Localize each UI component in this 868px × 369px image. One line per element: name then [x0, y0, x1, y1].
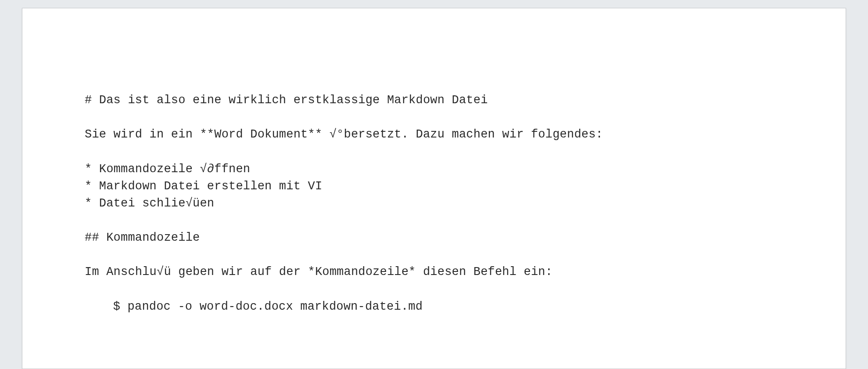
list-item: * Datei schlie√üen: [85, 197, 214, 210]
heading-2: ## Kommandozeile: [85, 231, 200, 244]
document-body: # Das ist also eine wirklich erstklassig…: [85, 92, 784, 315]
document-page: # Das ist also eine wirklich erstklassig…: [22, 8, 846, 369]
code-line: $ pandoc -o word-doc.docx markdown-datei…: [85, 298, 423, 315]
heading-1: # Das ist also eine wirklich erstklassig…: [85, 94, 488, 107]
paragraph-intro: Sie wird in ein **Word Dokument** √°bers…: [85, 128, 603, 141]
list-item: * Markdown Datei erstellen mit VI: [85, 180, 322, 193]
list-item: * Kommandozeile √∂ffnen: [85, 163, 250, 176]
paragraph-command: Im Anschlu√ü geben wir auf der *Kommando…: [85, 265, 552, 279]
